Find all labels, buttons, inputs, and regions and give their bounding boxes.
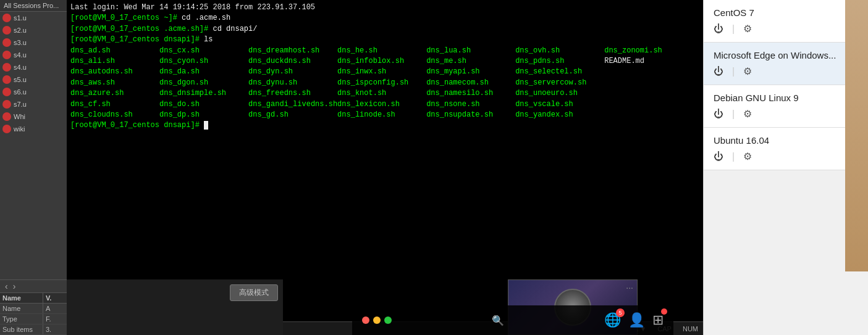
sidebar-item-s4b[interactable]: s4.u (0, 61, 67, 73)
props-value-header: V. (43, 293, 67, 303)
maximize-dot[interactable] (384, 316, 392, 324)
separator-icon: | (732, 66, 735, 77)
sidebar-item-s3[interactable]: s3.u (0, 36, 67, 49)
terminal-text: Last login: Wed Mar 14 19:14:25 2018 fro… (70, 2, 699, 131)
props-row: NameA (0, 304, 67, 314)
session-label: Whi (14, 113, 25, 120)
session-icon (2, 88, 11, 96)
terminal-content[interactable]: Last login: Wed Mar 14 19:14:25 2018 fro… (67, 0, 703, 321)
settings-icon[interactable]: ⚙ (743, 151, 752, 162)
rp-item-title: Microsoft Edge on Windows... (714, 50, 858, 60)
session-label: s2.u (14, 27, 27, 34)
session-label: s7.u (14, 101, 27, 108)
bottom-toolbar-icons: 🌐 5 👤 ⊞ (604, 312, 664, 328)
nav-left-arrow[interactable]: ‹ (2, 281, 11, 291)
close-dot[interactable] (362, 316, 369, 324)
session-label: s3.u (14, 39, 27, 46)
separator-icon: | (732, 23, 735, 35)
separator-icon: | (732, 151, 735, 162)
session-icon (2, 14, 11, 22)
sessions-list: s1.us2.us3.us4.us4.us5.us6.us7.uWhiwiki (0, 12, 67, 279)
session-icon (2, 75, 11, 84)
session-icon (2, 125, 11, 133)
user-icon[interactable]: 👤 (628, 312, 645, 328)
sidebar-item-whi[interactable]: Whi (0, 110, 67, 123)
power-icon[interactable]: ⏻ (714, 109, 723, 120)
prop-value: F. (43, 314, 67, 324)
prop-name: Name (0, 304, 43, 313)
props-name-header: Name (0, 293, 43, 303)
session-icon (2, 100, 11, 109)
prop-name: Type (0, 314, 43, 324)
prop-name: Sub items (0, 325, 43, 334)
search-icon[interactable]: 🔍 (492, 315, 504, 326)
power-icon[interactable]: ⏻ (714, 66, 723, 77)
properties-table: Name V. NameATypeF.Sub items3. (0, 292, 67, 335)
grid-icon[interactable]: ⊞ (652, 312, 664, 328)
bottom-toolbar: 🔍 🌐 5 👤 ⊞ (352, 305, 673, 335)
sidebar-item-s7[interactable]: s7.u (0, 98, 67, 110)
advanced-mode-button[interactable]: 高级模式 (230, 284, 278, 301)
sidebar-item-s4a[interactable]: s4.u (0, 49, 67, 61)
settings-icon[interactable]: ⚙ (743, 65, 752, 77)
sidebar-item-s2[interactable]: s2.u (0, 24, 67, 36)
session-icon (2, 38, 11, 47)
sidebar-item-s5[interactable]: s5.u (0, 73, 67, 86)
rp-server-item[interactable]: Microsoft Edge on Windows... ⏻ | ⚙ (704, 43, 868, 85)
minimize-dot[interactable] (373, 316, 381, 324)
rp-server-item[interactable]: Debian GNU Linux 9 ⏻ | ⚙ (704, 85, 868, 128)
rp-item-title: CentOS 7 (714, 7, 858, 18)
props-row: TypeF. (0, 314, 67, 325)
separator-icon: | (732, 109, 735, 120)
session-icon (2, 63, 11, 72)
status-num: NUM (683, 325, 698, 333)
rp-item-icons: ⏻ | ⚙ (714, 23, 858, 35)
session-icon (2, 51, 11, 59)
session-icon (2, 26, 11, 35)
rp-item-icons: ⏻ | ⚙ (714, 151, 858, 162)
prop-value: 3. (43, 325, 67, 334)
session-label: wiki (14, 125, 25, 133)
power-icon[interactable]: ⏻ (714, 23, 723, 35)
sidebar-item-s1[interactable]: s1.u (0, 12, 67, 24)
settings-icon[interactable]: ⚙ (743, 23, 752, 35)
sessions-pro-label: All Sessions Pro... (0, 0, 67, 12)
session-label: s5.u (14, 76, 27, 83)
session-label: s4.u (14, 51, 27, 59)
session-label: s1.u (14, 14, 27, 22)
rp-server-item[interactable]: CentOS 7 ⏻ | ⚙ (704, 0, 868, 43)
preview-menu-icon[interactable]: ··· (626, 283, 633, 292)
rp-item-icons: ⏻ | ⚙ (714, 108, 858, 120)
right-edge-decoration (845, 0, 868, 271)
sidebar-nav: ‹ › (0, 279, 67, 292)
rp-item-title: Ubuntu 16.04 (714, 135, 858, 146)
session-icon (2, 112, 11, 121)
notifications-icon[interactable]: 🌐 5 (604, 312, 621, 328)
window-controls (362, 316, 392, 324)
settings-icon[interactable]: ⚙ (743, 108, 752, 120)
rp-server-item[interactable]: Ubuntu 16.04 ⏻ | ⚙ (704, 128, 868, 170)
power-icon[interactable]: ⏻ (714, 151, 723, 162)
sidebar-item-wiki[interactable]: wiki (0, 123, 67, 135)
rp-item-icons: ⏻ | ⚙ (714, 65, 858, 77)
rp-item-title: Debian GNU Linux 9 (714, 93, 858, 103)
right-panel: CentOS 7 ⏻ | ⚙ Microsoft Edge on Windows… (703, 0, 868, 335)
session-label: s4.u (14, 64, 27, 71)
sidebar: All Sessions Pro... s1.us2.us3.us4.us4.u… (0, 0, 67, 335)
sidebar-item-s6[interactable]: s6.u (0, 86, 67, 98)
prop-value: A (43, 304, 67, 313)
nav-right-arrow[interactable]: › (11, 281, 19, 291)
props-header: Name V. (0, 293, 67, 304)
session-label: s6.u (14, 88, 27, 96)
props-row: Sub items3. (0, 325, 67, 335)
bottom-preview-left: 高级模式 (67, 279, 283, 335)
